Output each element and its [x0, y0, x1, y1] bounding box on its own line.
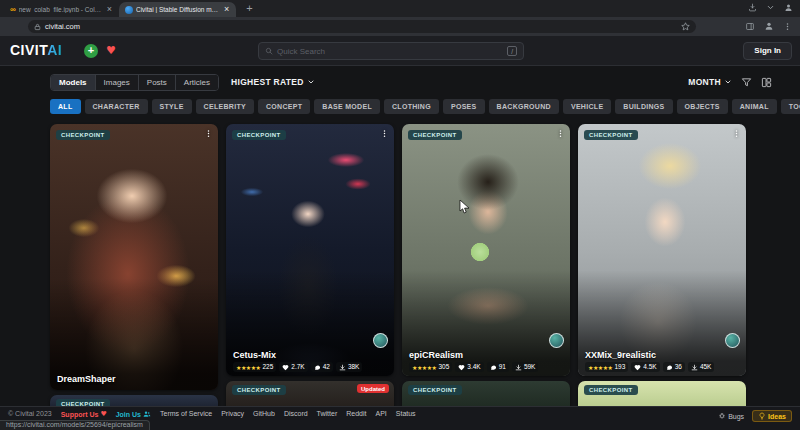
lock-icon [34, 23, 41, 31]
tag-filter-concept[interactable]: CONCEPT [258, 99, 310, 114]
likes-chip[interactable]: 2.7K [279, 362, 307, 372]
footer-link-twitter[interactable]: Twitter [317, 410, 338, 417]
search-input[interactable]: Quick Search / [258, 42, 524, 60]
downloads-count: 59K [524, 363, 536, 371]
browser-toolbar: civitai.com [0, 17, 800, 36]
copyright-text: © Civitai 2023 [8, 410, 52, 417]
toolbar-icons [745, 21, 792, 31]
tag-filter-style[interactable]: STYLE [152, 99, 192, 114]
sort-dropdown[interactable]: HIGHEST RATED [231, 77, 315, 87]
tab-search-icon[interactable] [766, 3, 775, 12]
lightbulb-icon [758, 412, 766, 420]
browser-controls [748, 3, 793, 12]
model-card-next-row[interactable]: CHECKPOINT [402, 381, 570, 408]
tab-models[interactable]: Models [51, 75, 95, 90]
star-rating-icon: ★★★★★ [236, 364, 260, 371]
footer-link-discord[interactable]: Discord [284, 410, 308, 417]
bug-icon [718, 412, 726, 420]
tag-filter-poses[interactable]: POSES [443, 99, 485, 114]
ideas-button[interactable]: Ideas [752, 410, 792, 422]
tab-articles[interactable]: Articles [175, 75, 218, 90]
bugs-label: Bugs [728, 413, 744, 420]
period-dropdown[interactable]: MONTH [688, 77, 732, 87]
tag-filter-row: ALLCHARACTERSTYLECELEBRITYCONCEPTBASE MO… [50, 99, 800, 115]
logo-text: CIVIT [10, 42, 47, 58]
footer-link-terms-of-service[interactable]: Terms of Service [160, 410, 212, 417]
tag-filter-vehicle[interactable]: VEHICLE [563, 99, 611, 114]
comment-icon [314, 364, 321, 371]
footer-link-support-us[interactable]: Support Us♥ [61, 410, 107, 418]
period-label: MONTH [688, 77, 721, 87]
card-menu-icon[interactable] [554, 127, 567, 140]
likes-chip[interactable]: 4.5K [631, 362, 659, 372]
footer-link-privacy[interactable]: Privacy [221, 410, 244, 417]
downloads-chip[interactable]: 38K [336, 362, 363, 372]
browser-tab-civitai[interactable]: Civitai | Stable Diffusion models × [119, 2, 236, 17]
sign-in-button[interactable]: Sign In [743, 42, 792, 60]
model-card-xxmix-9realistic[interactable]: CHECKPOINT XXMix_9realistic ★★★★★193 4.5… [578, 124, 746, 376]
model-card-next-row[interactable]: CHECKPOINT [578, 381, 746, 408]
card-menu-icon[interactable] [378, 127, 391, 140]
download-icon [339, 364, 346, 371]
tag-filter-background[interactable]: BACKGROUND [489, 99, 559, 114]
rating-chip: ★★★★★193 [585, 362, 628, 372]
tag-filter-all[interactable]: ALL [50, 99, 81, 114]
card-menu-icon[interactable] [202, 127, 215, 140]
tag-filter-buildings[interactable]: BUILDINGS [615, 99, 672, 114]
model-type-badge: CHECKPOINT [56, 130, 110, 140]
creator-avatar[interactable] [725, 333, 740, 348]
tag-filter-base-model[interactable]: BASE MODEL [314, 99, 380, 114]
side-panel-icon[interactable] [745, 22, 755, 31]
model-card-dreamshaper[interactable]: CHECKPOINT DreamShaper [50, 124, 218, 390]
tag-filter-tool[interactable]: TOOL [781, 99, 800, 114]
browser-profile-icon[interactable] [784, 3, 793, 12]
tag-filter-celebrity[interactable]: CELEBRITY [196, 99, 254, 114]
tag-filter-clothing[interactable]: CLOTHING [384, 99, 439, 114]
footer-link-api[interactable]: API [375, 410, 386, 417]
download-icon [691, 364, 698, 371]
likes-chip[interactable]: 3.4K [455, 362, 483, 372]
downloads-chip[interactable]: 45K [688, 362, 715, 372]
comments-chip[interactable]: 36 [663, 362, 685, 372]
model-card-epicrealism[interactable]: CHECKPOINT epiCRealism ★★★★★305 3.4K 91 … [402, 124, 570, 376]
footer-link-join-us[interactable]: Join Us [116, 410, 151, 418]
rating-count: 193 [614, 363, 625, 371]
comment-icon [490, 364, 497, 371]
tab-images[interactable]: Images [95, 75, 138, 90]
create-button[interactable]: + [84, 44, 98, 58]
close-tab-icon[interactable]: × [106, 5, 113, 14]
tag-filter-animal[interactable]: ANIMAL [732, 99, 777, 114]
downloads-chip[interactable]: 59K [512, 362, 539, 372]
tag-filter-objects[interactable]: OBJECTS [677, 99, 728, 114]
heart-icon: ♥ [100, 410, 106, 418]
civitai-logo[interactable]: CIVITAI [10, 43, 62, 58]
tag-filter-character[interactable]: CHARACTER [85, 99, 148, 114]
model-card-next-row[interactable]: CHECKPOINT Updated [226, 381, 394, 408]
browser-tab-colab[interactable]: ∞ new_colab_file.ipynb - Colaborat... × [4, 2, 119, 17]
footer-link-reddit[interactable]: Reddit [346, 410, 366, 417]
filter-funnel-icon[interactable] [741, 77, 752, 88]
creator-avatar[interactable] [373, 333, 388, 348]
downloads-icon[interactable] [748, 3, 757, 12]
bookmark-star-icon[interactable] [681, 22, 690, 31]
bugs-button[interactable]: Bugs [718, 412, 744, 420]
rating-chip: ★★★★★305 [409, 362, 452, 372]
card-menu-icon[interactable] [730, 127, 743, 140]
model-stats: ★★★★★305 3.4K 91 59K [409, 362, 538, 372]
layout-grid-icon[interactable] [761, 77, 772, 88]
support-heart-icon[interactable]: ♥ [106, 44, 116, 57]
comments-chip[interactable]: 42 [311, 362, 333, 372]
new-tab-button[interactable]: + [243, 3, 255, 14]
browser-menu-icon[interactable] [783, 22, 792, 31]
address-bar[interactable]: civitai.com [28, 20, 696, 33]
tab-posts[interactable]: Posts [138, 75, 175, 90]
creator-avatar[interactable] [549, 333, 564, 348]
close-tab-icon[interactable]: × [223, 5, 230, 14]
comments-chip[interactable]: 91 [487, 362, 509, 372]
content-type-tabs: Models Images Posts Articles [50, 74, 219, 91]
footer-link-github[interactable]: GitHub [253, 410, 275, 417]
footer-link-status[interactable]: Status [396, 410, 416, 417]
profile-avatar-icon[interactable] [764, 21, 774, 31]
join-us-label: Join Us [116, 411, 141, 418]
model-card-cetus-mix[interactable]: CHECKPOINT Cetus-Mix ★★★★★225 2.7K 42 38… [226, 124, 394, 376]
